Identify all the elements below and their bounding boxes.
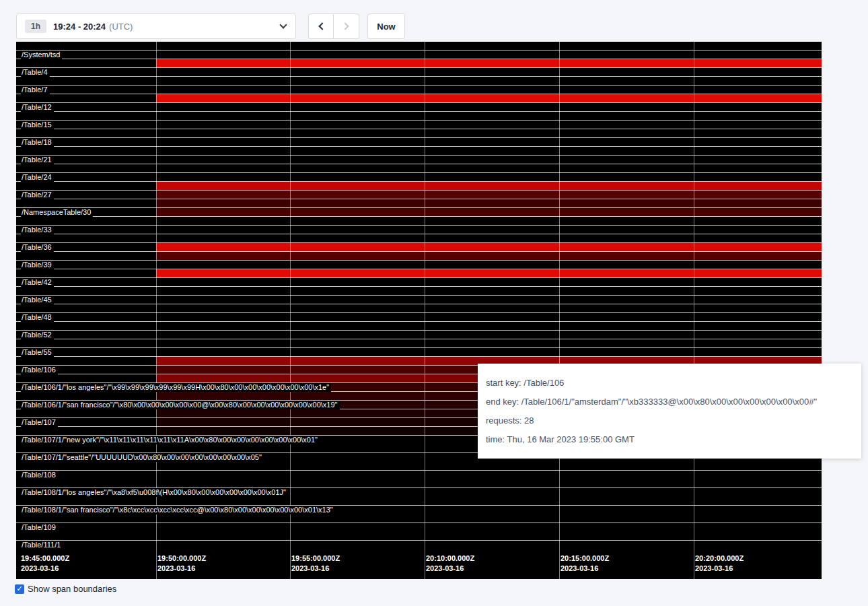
key-span-band[interactable] [16, 242, 822, 251]
next-range-button[interactable] [334, 13, 359, 39]
key-span-band[interactable] [16, 470, 822, 487]
key-span-band[interactable] [16, 225, 822, 234]
heat-bucket[interactable] [156, 94, 822, 102]
span-key-label: /Table/107/1/"seattle"/"UUUUUUD\x00\x80\… [21, 453, 264, 462]
heatmap-row[interactable]: /Table/12 [16, 102, 822, 120]
show-span-boundaries-checkbox[interactable]: ✓ [15, 584, 24, 594]
key-span-band[interactable] [16, 59, 822, 67]
key-span-band[interactable] [16, 190, 822, 199]
key-span-band[interactable] [16, 347, 822, 356]
key-span-band[interactable] [16, 50, 822, 59]
key-span-band[interactable] [16, 172, 822, 181]
heatmap-row[interactable]: /Table/109 [16, 523, 822, 540]
footer: ✓ Show span boundaries [15, 584, 116, 594]
heat-bucket[interactable] [156, 243, 822, 251]
key-span-band[interactable] [16, 260, 822, 269]
span-key-label: /Table/42 [21, 278, 54, 287]
heatmap-row[interactable]: /Table/39 [16, 260, 822, 277]
span-key-label: /Table/21 [21, 156, 54, 164]
heat-bucket[interactable] [156, 199, 822, 207]
key-visualizer-canvas[interactable]: /System/tsd/Table/4/Table/7/Table/12/Tab… [16, 42, 822, 579]
span-key-label: /Table/27 [21, 191, 54, 199]
axis-time-label: 20:10:00.000Z2023-03-16 [426, 553, 474, 574]
heatmap-row[interactable]: /Table/45 [16, 295, 822, 312]
key-span-band[interactable] [16, 102, 822, 111]
time-range-selector[interactable]: 1h 19:24 - 20:24 (UTC) [16, 13, 296, 39]
prev-range-button[interactable] [308, 13, 334, 39]
heatmap-row[interactable]: /System/tsd [16, 50, 822, 67]
key-span-band[interactable] [16, 146, 822, 155]
key-span-band[interactable] [16, 304, 822, 312]
heatmap-row[interactable]: /Table/36 [16, 242, 822, 260]
heatmap-row[interactable]: /Table/18 [16, 137, 822, 155]
key-span-band[interactable] [16, 216, 822, 225]
key-span-band[interactable] [16, 164, 822, 172]
span-key-label: /Table/15 [21, 121, 54, 129]
heat-bucket[interactable] [156, 208, 822, 216]
tooltip-line: start key: /Table/106 [486, 378, 853, 388]
key-span-band[interactable] [16, 312, 822, 321]
span-key-label: /Table/7 [21, 86, 50, 94]
heatmap-row[interactable]: /Table/4 [16, 67, 822, 85]
key-span-band[interactable] [16, 85, 822, 94]
key-span-band[interactable] [16, 234, 822, 242]
heatmap-row[interactable]: /Table/42 [16, 277, 822, 295]
heat-bucket[interactable] [156, 191, 822, 199]
key-span-band[interactable] [16, 155, 822, 164]
key-span-band[interactable] [16, 251, 822, 260]
key-span-band[interactable] [16, 207, 822, 216]
span-key-label: /Table/107/1/"new york"/"\x11\x11\x11\x1… [21, 436, 320, 444]
heatmap-row[interactable]: /Table/108/1/"los angeles"/"\xa8\xf5\u00… [16, 487, 822, 505]
heat-bucket[interactable] [156, 182, 822, 190]
heatmap-row[interactable]: /Table/48 [16, 312, 822, 330]
key-span-band[interactable] [16, 269, 822, 277]
tooltip: start key: /Table/106end key: /Table/106… [478, 364, 861, 459]
heat-bucket[interactable] [156, 269, 822, 277]
show-span-boundaries-label: Show span boundaries [28, 584, 116, 594]
heatmap-row[interactable]: /Table/7 [16, 85, 822, 102]
span-key-label: /Table/33 [21, 226, 54, 234]
span-key-label: /Table/45 [21, 296, 54, 304]
key-span-band[interactable] [16, 295, 822, 304]
heatmap-rows: /System/tsd/Table/4/Table/7/Table/12/Tab… [16, 50, 822, 558]
key-span-band[interactable] [16, 523, 822, 540]
chevron-down-icon [279, 21, 287, 28]
heatmap-row[interactable]: /Table/24 [16, 172, 822, 190]
heatmap-row[interactable]: /Table/52 [16, 330, 822, 347]
key-span-band[interactable] [16, 330, 822, 339]
span-key-label: /Table/48 [21, 313, 54, 322]
heatmap-row[interactable]: /Table/108 [16, 470, 822, 487]
heatmap-row[interactable]: /Table/55 [16, 347, 822, 365]
heatmap-row[interactable]: /NamespaceTable/30 [16, 207, 822, 225]
key-span-band[interactable] [16, 67, 822, 76]
heat-bucket[interactable] [156, 252, 822, 260]
key-span-band[interactable] [16, 120, 822, 129]
key-span-band[interactable] [16, 129, 822, 137]
span-key-label: /Table/106/1/"los angeles"/"\x99\x99\x99… [21, 383, 331, 392]
span-key-label: /System/tsd [21, 50, 62, 59]
now-button[interactable]: Now [367, 13, 405, 39]
span-key-label: /Table/39 [21, 261, 54, 269]
key-span-band[interactable] [16, 76, 822, 85]
key-span-band[interactable] [16, 111, 822, 120]
key-span-band[interactable] [16, 286, 822, 295]
heatmap-row[interactable]: /Table/33 [16, 225, 822, 242]
heatmap-row[interactable]: /Table/108/1/"san francisco"/"\x8c\xcc\x… [16, 505, 822, 523]
key-span-band[interactable] [16, 321, 822, 330]
heatmap-row[interactable]: /Table/21 [16, 155, 822, 172]
key-span-band[interactable] [16, 94, 822, 102]
heatmap-row[interactable]: /Table/27 [16, 190, 822, 207]
span-key-label: /Table/55 [21, 348, 54, 357]
heat-bucket[interactable] [156, 59, 822, 67]
key-span-band[interactable] [16, 181, 822, 190]
span-key-label: /Table/108/1/"los angeles"/"\xa8\xf5\u00… [21, 488, 288, 497]
span-key-label: /Table/109 [21, 523, 58, 532]
span-key-label: /Table/4 [21, 68, 50, 77]
span-key-label: /Table/18 [21, 138, 54, 147]
time-gridline [559, 42, 560, 579]
heatmap-row[interactable]: /Table/15 [16, 120, 822, 137]
key-span-band[interactable] [16, 277, 822, 286]
key-span-band[interactable] [16, 137, 822, 146]
key-span-band[interactable] [16, 199, 822, 207]
key-span-band[interactable] [16, 339, 822, 347]
